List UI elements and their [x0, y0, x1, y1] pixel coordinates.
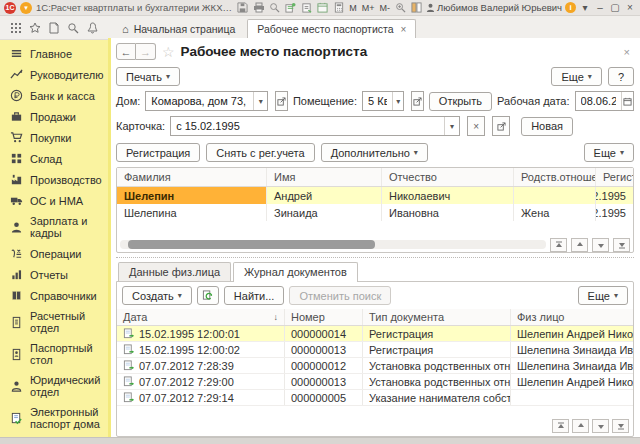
calculator-icon[interactable] [332, 2, 345, 14]
scroll-bottom-button[interactable] [613, 238, 630, 252]
house-input[interactable] [146, 92, 253, 110]
dropdown-arrow-icon: ▾ [166, 72, 170, 81]
sidebar-item-otchety[interactable]: Отчеты [0, 264, 108, 285]
card-label: Карточка: [116, 120, 165, 132]
info-icon[interactable]: i [565, 2, 576, 13]
sidebar-item-rukovoditelyu[interactable]: Руководителю [0, 64, 108, 85]
card-field: ▾ [170, 116, 460, 136]
tab-home[interactable]: ⌂ Начальная страница [112, 19, 245, 38]
sidebar-item-golosovanie[interactable]: Голосование [0, 434, 108, 437]
paste-icon[interactable] [300, 2, 313, 14]
tab-document-journal[interactable]: Журнал документов [233, 262, 358, 282]
journal-row[interactable]: 07.07.2012 7:29:00 000000013 Установка р… [117, 374, 633, 390]
horizontal-scrollbar[interactable] [120, 240, 546, 249]
house-open-link-icon[interactable] [275, 91, 288, 111]
sidebar-item-zarplata-kadry[interactable]: Зарплата и кадры [0, 211, 108, 243]
journal-row[interactable]: 15.02.1995 12:00:02 000000013 Регистраци… [117, 342, 633, 358]
room-dropdown-icon[interactable]: ▾ [392, 92, 403, 110]
minimize-button[interactable]: – [594, 2, 606, 13]
registration-button[interactable]: Регистрация [116, 143, 200, 162]
journal-row[interactable]: 15.02.1995 12:00:01 000000014 Регистраци… [117, 326, 633, 342]
sidebar-item-prodazhi[interactable]: Продажи [0, 106, 108, 127]
workdate-input[interactable] [576, 92, 621, 110]
journal-row[interactable]: 07.07.2012 7:29:14 000000005 Указание на… [117, 390, 633, 406]
briefcase-icon [10, 110, 23, 123]
scroll-top-button[interactable] [550, 238, 567, 252]
close-button[interactable]: × [624, 2, 636, 13]
maximize-button[interactable]: ▢ [609, 2, 621, 13]
new-card-button[interactable]: Новая [521, 117, 573, 136]
main-menu-icon[interactable]: ▾ [20, 2, 32, 14]
open-button[interactable]: Открыть [429, 92, 492, 111]
workdate-calendar-icon[interactable] [621, 92, 633, 110]
journal-row[interactable]: 07.07.2012 7:28:39 000000012 Установка р… [117, 358, 633, 374]
titlebar-chevron-icon[interactable]: ▾ [579, 2, 591, 13]
notifications-bell-icon[interactable] [86, 22, 99, 34]
tab-person-data[interactable]: Данные физ.лица [118, 262, 231, 281]
room-open-link-icon[interactable] [411, 91, 424, 111]
find-button[interactable]: Найти... [224, 286, 285, 305]
preview-icon[interactable] [268, 2, 281, 14]
more-button-journal[interactable]: Еще ▾ [578, 286, 628, 305]
save-icon[interactable] [236, 2, 249, 14]
favorites-star-icon[interactable] [28, 22, 41, 34]
journal-table-header[interactable]: Дата ↓ Номер Тип документа Физ лицо [117, 309, 633, 326]
forward-button[interactable]: → [136, 43, 156, 60]
scroll-up-button[interactable] [571, 238, 588, 252]
room-input[interactable] [363, 92, 392, 110]
sidebar-item-spravochniki[interactable]: Справочники [0, 285, 108, 306]
factory-icon [10, 173, 23, 186]
more-button-residents[interactable]: Еще ▾ [584, 143, 634, 162]
current-user[interactable]: Любимов Валерий Юрьевич [426, 2, 562, 13]
sidebar-item-yuridichesky-otdel[interactable]: Юридический отдел [0, 370, 108, 402]
form-close-icon[interactable]: × [624, 46, 634, 58]
sidebar-item-os-nma[interactable]: ОС и НМА [0, 190, 108, 211]
menu-grid-icon[interactable] [9, 22, 22, 34]
card-input[interactable] [171, 117, 444, 135]
zoom-icon[interactable] [394, 2, 407, 14]
resident-row[interactable]: Шелепина Зинаида Ивановна Жена 15.02.199… [117, 204, 633, 221]
residents-table-header[interactable]: Фамилия Имя Отчество Родств.отноше... Ре… [117, 168, 633, 187]
calendar-icon[interactable] [316, 2, 329, 14]
passport-icon [10, 348, 23, 361]
memory-plus-button[interactable]: M+ [361, 3, 376, 13]
card-dropdown-icon[interactable]: ▾ [444, 117, 459, 135]
card-clear-icon[interactable]: × [467, 116, 485, 136]
scroll-up-button[interactable] [572, 419, 589, 433]
resident-row[interactable]: Шелепин Андрей Николаевич 15.02.1995 [117, 187, 633, 204]
favorite-star-icon[interactable]: ☆ [162, 44, 175, 60]
refresh-icon[interactable] [197, 286, 219, 305]
print-button[interactable]: Печать ▾ [116, 67, 180, 86]
memory-button[interactable]: M [348, 3, 358, 13]
copy-icon[interactable] [284, 2, 297, 14]
back-button[interactable]: ← [116, 43, 136, 60]
sidebar-item-raschetny-otdel[interactable]: Расчетный отдел [0, 306, 108, 338]
scroll-down-button[interactable] [592, 238, 609, 252]
house-dropdown-icon[interactable]: ▾ [253, 92, 267, 110]
more-button-top[interactable]: Еще ▾ [551, 67, 601, 86]
tab-passport-workplace[interactable]: Рабочее место паспортиста × [247, 19, 416, 38]
sidebar-item-glavnoe[interactable]: Главное [0, 43, 108, 64]
card-open-link-icon[interactable] [492, 116, 510, 136]
sidebar-item-pasportny-stol[interactable]: Паспортный стол [0, 338, 108, 370]
create-button[interactable]: Создать ▾ [122, 286, 192, 305]
unregister-button[interactable]: Снять с рег.учета [206, 143, 314, 162]
additional-button[interactable]: Дополнительно ▾ [321, 143, 428, 162]
help-button[interactable]: ? [608, 67, 634, 86]
scroll-bottom-button[interactable] [612, 419, 629, 433]
print-icon[interactable] [252, 2, 265, 14]
tab-close-icon[interactable]: × [401, 24, 407, 35]
scroll-down-button[interactable] [592, 419, 609, 433]
sidebar-item-bank-kassa[interactable]: Банк и касса [0, 85, 108, 106]
registration-toolbar: Регистрация Снять с рег.учета Дополнител… [116, 139, 638, 165]
sidebar-item-operatsii[interactable]: Операции [0, 243, 108, 264]
sidebar-item-el-passport-doma[interactable]: Электронный паспорт дома [0, 402, 108, 434]
sidebar-item-sklad[interactable]: Склад [0, 148, 108, 169]
split-view-icon[interactable] [410, 2, 423, 14]
memory-minus-button[interactable]: M- [378, 3, 391, 13]
sidebar-item-pokupki[interactable]: Покупки [0, 127, 108, 148]
scroll-top-button[interactable] [552, 419, 569, 433]
search-icon[interactable] [67, 22, 80, 34]
sidebar-item-proizvodstvo[interactable]: Производство [0, 169, 108, 190]
history-icon[interactable] [47, 22, 60, 34]
